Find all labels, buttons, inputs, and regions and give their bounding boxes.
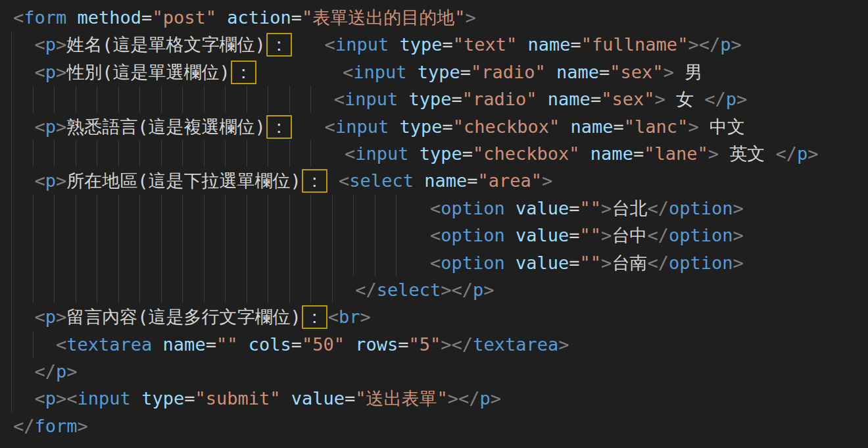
code-text: <p>熟悉語言(這是複選欄位)： <input type="checkbox" …	[13, 113, 745, 140]
token-tag: p	[726, 89, 736, 109]
code-line-9[interactable]: <option value="">台中</option>	[13, 222, 868, 249]
token-tag: form	[24, 7, 66, 28]
code-line-10[interactable]: <option value="">台南</option>	[13, 249, 868, 276]
code-line-7[interactable]: <p>所在地區(這是下拉選單欄位)： <select name="area">	[13, 167, 868, 194]
code-line-11[interactable]: </select></p>	[13, 276, 868, 303]
token-tag: option	[441, 225, 505, 245]
token-tag: p	[45, 62, 56, 82]
token-text	[517, 34, 527, 55]
code-line-15[interactable]: <p><input type="submit" value="送出表單"></p…	[13, 385, 868, 412]
token-tag: option	[441, 253, 505, 273]
token-text	[13, 388, 35, 409]
code-line-13[interactable]: <textarea name="" cols="50" rows="5"></t…	[13, 331, 868, 358]
code-text: <form method="post" action="表單送出的目的地">	[13, 4, 476, 31]
token-text	[66, 7, 77, 28]
token-eq: =	[599, 62, 610, 82]
token-attr: type	[408, 89, 451, 109]
token-bracket: <	[430, 253, 441, 273]
indent-guide	[11, 331, 12, 358]
token-text	[152, 334, 162, 355]
token-eq: =	[442, 116, 452, 137]
token-tag: p	[45, 307, 56, 327]
token-bracket: >	[483, 280, 494, 300]
indent-guide	[11, 113, 12, 140]
indent-guide	[11, 167, 12, 194]
token-text	[13, 198, 430, 218]
token-string: "radio"	[471, 62, 546, 82]
code-text: <option value="">台中</option>	[13, 222, 744, 249]
token-bracket: <	[56, 334, 66, 355]
token-text	[257, 62, 343, 82]
token-attr: action	[227, 7, 291, 28]
token-bracket: >	[66, 361, 77, 382]
code-text: <input type="checkbox" name="lane"> 英文 <…	[13, 140, 819, 167]
token-text: 留言內容(這是多行文字欄位)	[66, 307, 301, 327]
token-text	[408, 143, 419, 164]
token-string: "area"	[477, 170, 542, 191]
token-bracket: ></	[441, 280, 473, 300]
token-text	[280, 388, 291, 409]
token-eq: =	[442, 34, 452, 55]
code-editor[interactable]: <form method="post" action="表單送出的目的地"> <…	[0, 0, 868, 448]
token-bracket: >	[601, 225, 612, 245]
code-line-3[interactable]: <p>性別(這是單選欄位)： <input type="radio" name=…	[13, 59, 868, 86]
token-attr: type	[399, 116, 442, 137]
token-string: ""	[580, 225, 602, 245]
code-line-8[interactable]: <option value="">台北</option>	[13, 195, 868, 222]
indent-guide	[11, 140, 12, 167]
token-attr: name	[163, 334, 206, 355]
code-line-14[interactable]: </p>	[13, 358, 868, 385]
token-string: "送出表單"	[355, 388, 448, 409]
code-text: <option value="">台南</option>	[13, 249, 744, 276]
code-line-2[interactable]: <p>姓名(這是單格文字欄位)： <input type="text" name…	[13, 31, 868, 58]
token-attr: type	[418, 62, 460, 82]
token-tag: p	[45, 170, 56, 191]
token-text	[13, 62, 35, 82]
token-bracket: >	[808, 143, 818, 164]
token-bracket: <	[325, 116, 335, 137]
token-text: 中文	[699, 116, 745, 137]
token-tag: p	[720, 34, 731, 55]
indent-guide	[11, 385, 12, 412]
token-bracket: >	[731, 34, 741, 55]
token-tag: p	[480, 388, 491, 409]
token-eq: =	[291, 7, 302, 28]
code-line-5[interactable]: <p>熟悉語言(這是複選欄位)： <input type="checkbox" …	[13, 113, 868, 140]
token-text	[406, 62, 417, 82]
token-text	[414, 170, 424, 191]
token-eq: =	[141, 7, 152, 28]
ambiguous-unicode-highlight: ：	[302, 169, 327, 193]
token-bracket: >	[448, 388, 458, 409]
code-text: <textarea name="" cols="50" rows="5"></t…	[13, 331, 569, 358]
token-bracket: >	[708, 143, 719, 164]
token-tag: p	[56, 361, 66, 382]
token-bracket: >	[56, 307, 66, 327]
token-text	[398, 89, 408, 109]
token-bracket: >	[558, 334, 569, 355]
token-bracket: <	[339, 170, 349, 191]
token-text: 男	[674, 62, 702, 82]
token-string: "fullname"	[581, 34, 688, 55]
token-string: ""	[580, 198, 602, 218]
token-bracket: >	[733, 225, 743, 245]
token-tag: option	[669, 253, 733, 273]
token-bracket: <	[430, 225, 441, 245]
token-tag: p	[45, 116, 56, 137]
code-line-12[interactable]: <p>留言內容(這是多行文字欄位)：<br>	[13, 303, 868, 330]
token-tag: option	[441, 198, 505, 218]
token-text	[13, 225, 430, 245]
token-text	[13, 34, 35, 55]
code-line-1[interactable]: <form method="post" action="表單送出的目的地">	[13, 4, 868, 31]
token-eq: =	[206, 334, 216, 355]
code-line-6[interactable]: <input type="checkbox" name="lane"> 英文 <…	[13, 140, 868, 167]
token-bracket: <	[334, 89, 345, 109]
token-text	[505, 198, 516, 218]
token-tag: br	[339, 307, 360, 327]
token-text	[13, 280, 355, 300]
code-line-16[interactable]: </form>	[13, 412, 868, 439]
token-text	[216, 7, 227, 28]
code-line-4[interactable]: <input type="radio" name="sex"> 女 </p>	[13, 86, 868, 112]
token-tag: p	[45, 34, 56, 55]
token-string: "lanc"	[624, 116, 688, 137]
token-bracket: </	[647, 198, 669, 218]
